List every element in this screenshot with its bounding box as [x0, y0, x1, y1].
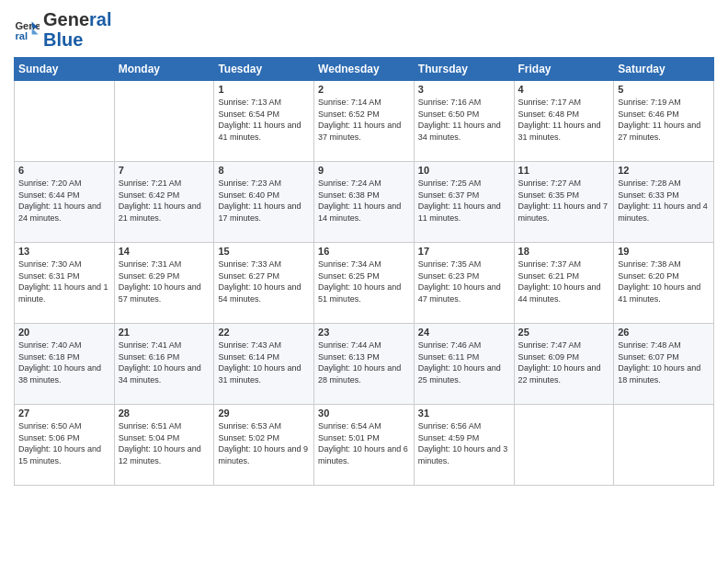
- day-info: Sunrise: 6:51 AM Sunset: 5:04 PM Dayligh…: [119, 420, 210, 466]
- day-number: 2: [318, 84, 410, 95]
- day-info: Sunrise: 7:47 AM Sunset: 6:09 PM Dayligh…: [518, 339, 610, 385]
- day-number: 9: [318, 165, 410, 176]
- calendar-cell: 17Sunrise: 7:35 AM Sunset: 6:23 PM Dayli…: [414, 243, 514, 324]
- calendar-cell: 13Sunrise: 7:30 AM Sunset: 6:31 PM Dayli…: [15, 243, 115, 324]
- day-info: Sunrise: 7:37 AM Sunset: 6:21 PM Dayligh…: [518, 259, 610, 304]
- calendar-day-header: Saturday: [614, 58, 714, 81]
- day-number: 12: [618, 165, 710, 176]
- day-number: 21: [119, 327, 210, 338]
- day-number: 18: [518, 246, 610, 257]
- calendar-cell: 2Sunrise: 7:14 AM Sunset: 6:52 PM Daylig…: [314, 81, 415, 162]
- logo: Gene ral GeneralBlue: [14, 9, 112, 50]
- day-info: Sunrise: 7:24 AM Sunset: 6:38 PM Dayligh…: [318, 178, 410, 224]
- calendar-day-header: Wednesday: [314, 58, 415, 81]
- day-number: 22: [218, 327, 310, 338]
- calendar-cell: 11Sunrise: 7:27 AM Sunset: 6:35 PM Dayli…: [514, 162, 614, 243]
- day-info: Sunrise: 7:17 AM Sunset: 6:48 PM Dayligh…: [518, 97, 610, 143]
- day-number: 4: [518, 84, 610, 95]
- calendar-cell: 22Sunrise: 7:43 AM Sunset: 6:14 PM Dayli…: [214, 324, 314, 405]
- calendar-cell: 9Sunrise: 7:24 AM Sunset: 6:38 PM Daylig…: [314, 162, 415, 243]
- calendar-cell: 10Sunrise: 7:25 AM Sunset: 6:37 PM Dayli…: [414, 162, 514, 243]
- day-info: Sunrise: 7:27 AM Sunset: 6:35 PM Dayligh…: [518, 178, 610, 224]
- calendar-cell: 16Sunrise: 7:34 AM Sunset: 6:25 PM Dayli…: [314, 243, 415, 324]
- calendar-week-row: 20Sunrise: 7:40 AM Sunset: 6:18 PM Dayli…: [15, 324, 714, 405]
- day-number: 29: [218, 408, 310, 419]
- day-info: Sunrise: 6:53 AM Sunset: 5:02 PM Dayligh…: [218, 420, 310, 466]
- day-info: Sunrise: 7:25 AM Sunset: 6:37 PM Dayligh…: [418, 178, 510, 224]
- day-number: 16: [318, 246, 410, 257]
- svg-text:ral: ral: [15, 30, 28, 41]
- day-number: 19: [618, 246, 710, 257]
- day-number: 31: [418, 408, 510, 419]
- calendar-day-header: Monday: [114, 58, 214, 81]
- day-number: 10: [418, 165, 510, 176]
- day-number: 14: [119, 246, 210, 257]
- calendar-cell: 8Sunrise: 7:23 AM Sunset: 6:40 PM Daylig…: [214, 162, 314, 243]
- day-number: 17: [418, 246, 510, 257]
- calendar-cell: 14Sunrise: 7:31 AM Sunset: 6:29 PM Dayli…: [114, 243, 214, 324]
- day-info: Sunrise: 7:35 AM Sunset: 6:23 PM Dayligh…: [418, 259, 510, 304]
- calendar-week-row: 27Sunrise: 6:50 AM Sunset: 5:06 PM Dayli…: [15, 405, 714, 486]
- day-number: 24: [418, 327, 510, 338]
- day-number: 1: [218, 84, 310, 95]
- day-info: Sunrise: 7:14 AM Sunset: 6:52 PM Dayligh…: [318, 97, 410, 143]
- calendar-week-row: 1Sunrise: 7:13 AM Sunset: 6:54 PM Daylig…: [15, 81, 714, 162]
- day-number: 13: [18, 246, 110, 257]
- day-info: Sunrise: 7:13 AM Sunset: 6:54 PM Dayligh…: [218, 97, 310, 143]
- day-info: Sunrise: 6:54 AM Sunset: 5:01 PM Dayligh…: [318, 420, 410, 466]
- calendar-cell: 5Sunrise: 7:19 AM Sunset: 6:46 PM Daylig…: [614, 81, 714, 162]
- day-info: Sunrise: 7:44 AM Sunset: 6:13 PM Dayligh…: [318, 339, 410, 385]
- day-number: 15: [218, 246, 310, 257]
- day-info: Sunrise: 7:46 AM Sunset: 6:11 PM Dayligh…: [418, 339, 510, 385]
- calendar-cell: 21Sunrise: 7:41 AM Sunset: 6:16 PM Dayli…: [114, 324, 214, 405]
- day-info: Sunrise: 7:40 AM Sunset: 6:18 PM Dayligh…: [18, 339, 110, 385]
- calendar-cell: 25Sunrise: 7:47 AM Sunset: 6:09 PM Dayli…: [514, 324, 614, 405]
- day-info: Sunrise: 6:56 AM Sunset: 4:59 PM Dayligh…: [418, 420, 510, 466]
- calendar-cell: 28Sunrise: 6:51 AM Sunset: 5:04 PM Dayli…: [114, 405, 214, 486]
- calendar-cell: 26Sunrise: 7:48 AM Sunset: 6:07 PM Dayli…: [614, 324, 714, 405]
- day-number: 23: [318, 327, 410, 338]
- day-number: 5: [618, 84, 710, 95]
- calendar-day-header: Thursday: [414, 58, 514, 81]
- calendar-cell: 3Sunrise: 7:16 AM Sunset: 6:50 PM Daylig…: [414, 81, 514, 162]
- day-info: Sunrise: 7:21 AM Sunset: 6:42 PM Dayligh…: [119, 178, 210, 224]
- day-info: Sunrise: 6:50 AM Sunset: 5:06 PM Dayligh…: [18, 420, 110, 466]
- day-number: 28: [119, 408, 210, 419]
- calendar-cell: [15, 81, 115, 162]
- day-info: Sunrise: 7:31 AM Sunset: 6:29 PM Dayligh…: [119, 259, 210, 304]
- day-info: Sunrise: 7:28 AM Sunset: 6:33 PM Dayligh…: [618, 178, 710, 224]
- calendar: SundayMondayTuesdayWednesdayThursdayFrid…: [14, 57, 714, 486]
- day-info: Sunrise: 7:20 AM Sunset: 6:44 PM Dayligh…: [18, 178, 110, 224]
- calendar-cell: 31Sunrise: 6:56 AM Sunset: 4:59 PM Dayli…: [414, 405, 514, 486]
- day-info: Sunrise: 7:30 AM Sunset: 6:31 PM Dayligh…: [18, 259, 110, 304]
- logo-text: GeneralBlue: [43, 9, 112, 50]
- calendar-cell: 29Sunrise: 6:53 AM Sunset: 5:02 PM Dayli…: [214, 405, 314, 486]
- day-info: Sunrise: 7:41 AM Sunset: 6:16 PM Dayligh…: [119, 339, 210, 385]
- header: Gene ral GeneralBlue: [14, 9, 714, 50]
- calendar-cell: 15Sunrise: 7:33 AM Sunset: 6:27 PM Dayli…: [214, 243, 314, 324]
- calendar-cell: 4Sunrise: 7:17 AM Sunset: 6:48 PM Daylig…: [514, 81, 614, 162]
- calendar-cell: [514, 405, 614, 486]
- calendar-cell: 6Sunrise: 7:20 AM Sunset: 6:44 PM Daylig…: [15, 162, 115, 243]
- calendar-cell: [614, 405, 714, 486]
- calendar-cell: 24Sunrise: 7:46 AM Sunset: 6:11 PM Dayli…: [414, 324, 514, 405]
- logo-icon: Gene ral: [14, 17, 40, 42]
- calendar-cell: 18Sunrise: 7:37 AM Sunset: 6:21 PM Dayli…: [514, 243, 614, 324]
- calendar-cell: 12Sunrise: 7:28 AM Sunset: 6:33 PM Dayli…: [614, 162, 714, 243]
- day-info: Sunrise: 7:33 AM Sunset: 6:27 PM Dayligh…: [218, 259, 310, 304]
- day-number: 7: [119, 165, 210, 176]
- calendar-cell: 30Sunrise: 6:54 AM Sunset: 5:01 PM Dayli…: [314, 405, 415, 486]
- day-number: 8: [218, 165, 310, 176]
- calendar-day-header: Tuesday: [214, 58, 314, 81]
- day-info: Sunrise: 7:16 AM Sunset: 6:50 PM Dayligh…: [418, 97, 510, 143]
- calendar-week-row: 6Sunrise: 7:20 AM Sunset: 6:44 PM Daylig…: [15, 162, 714, 243]
- calendar-week-row: 13Sunrise: 7:30 AM Sunset: 6:31 PM Dayli…: [15, 243, 714, 324]
- calendar-day-header: Sunday: [15, 58, 115, 81]
- calendar-day-header: Friday: [514, 58, 614, 81]
- calendar-cell: 20Sunrise: 7:40 AM Sunset: 6:18 PM Dayli…: [15, 324, 115, 405]
- day-info: Sunrise: 7:43 AM Sunset: 6:14 PM Dayligh…: [218, 339, 310, 385]
- calendar-header-row: SundayMondayTuesdayWednesdayThursdayFrid…: [15, 58, 714, 81]
- calendar-cell: 1Sunrise: 7:13 AM Sunset: 6:54 PM Daylig…: [214, 81, 314, 162]
- calendar-cell: 23Sunrise: 7:44 AM Sunset: 6:13 PM Dayli…: [314, 324, 415, 405]
- day-number: 30: [318, 408, 410, 419]
